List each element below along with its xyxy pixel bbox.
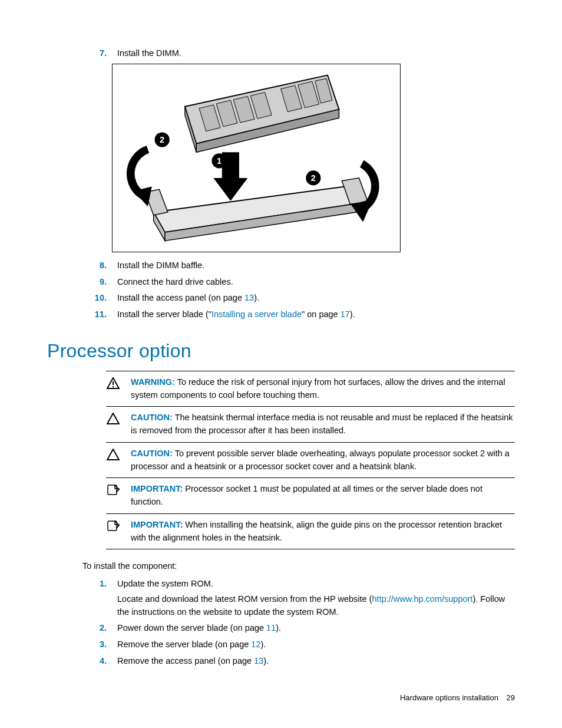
step-number: 1.	[90, 578, 107, 618]
dimm-illustration: 1 2 2	[115, 67, 398, 249]
intro-text: To install the component:	[82, 560, 515, 573]
step-list-a: 7. Install the DIMM.	[90, 47, 515, 60]
step-text: Install the DIMM baffle.	[117, 259, 515, 272]
svg-text:1: 1	[217, 156, 222, 165]
step-subtext: Locate and download the latest ROM versi…	[117, 593, 515, 619]
dimm-install-figure: 1 2 2	[112, 64, 401, 252]
url-link[interactable]: http://www.hp.com/support	[372, 594, 473, 604]
step-list-c: 1. Update the system ROM. Locate and dow…	[90, 578, 515, 668]
step-number: 10.	[90, 292, 107, 305]
footer-page-number: 29	[507, 693, 515, 702]
arrow-curve-left	[131, 149, 152, 206]
step-number: 4.	[90, 655, 107, 668]
admon-text: The heatsink thermal interface media is …	[131, 413, 513, 435]
page-link[interactable]: 11	[266, 623, 276, 633]
callout-2-right: 2	[306, 170, 320, 185]
callout-1: 1	[211, 153, 226, 168]
important-admonition: IMPORTANT: When installing the heatsink,…	[106, 513, 515, 550]
step-8: 8. Install the DIMM baffle.	[90, 259, 515, 272]
step-list-b: 8. Install the DIMM baffle. 9. Connect t…	[90, 259, 515, 321]
svg-text:2: 2	[311, 173, 316, 183]
warning-icon	[106, 376, 120, 402]
admon-text: When installing the heatsink, align the …	[131, 520, 502, 542]
important-icon	[106, 483, 120, 509]
admon-label: IMPORTANT:	[131, 520, 183, 529]
step-text: Install the DIMM.	[117, 47, 515, 60]
step-number: 3.	[90, 638, 107, 651]
step-number: 9.	[90, 276, 107, 289]
step-11: 11. Install the server blade ("Installin…	[90, 308, 515, 321]
admon-text: Processor socket 1 must be populated at …	[131, 484, 482, 506]
warning-admonition: WARNING: To reduce the risk of personal …	[106, 371, 515, 407]
step-text: Connect the hard drive cables.	[117, 276, 515, 289]
page-footer: Hardware options installation 29	[400, 692, 515, 704]
admon-label: CAUTION:	[131, 449, 173, 458]
step-1: 1. Update the system ROM. Locate and dow…	[90, 578, 515, 618]
caution-admonition: CAUTION: The heatsink thermal interface …	[106, 406, 515, 442]
step-7: 7. Install the DIMM.	[90, 47, 515, 60]
page-link[interactable]: 13	[254, 656, 263, 666]
step-text: Install the server blade ("Installing a …	[117, 308, 515, 321]
step-text: Remove the server blade (on page 12).	[117, 638, 515, 651]
xref-link[interactable]: Installing a server blade	[211, 309, 302, 319]
admonition-group: WARNING: To reduce the risk of personal …	[47, 371, 515, 550]
step-number: 11.	[90, 308, 107, 321]
step-text: Remove the access panel (on page 13).	[117, 655, 515, 668]
page-link[interactable]: 17	[340, 309, 350, 319]
step-number: 7.	[90, 47, 107, 60]
step-9: 9. Connect the hard drive cables.	[90, 276, 515, 289]
svg-text:2: 2	[160, 135, 164, 144]
step-text: Update the system ROM. Locate and downlo…	[117, 578, 515, 618]
callout-2-left: 2	[155, 132, 170, 147]
footer-section: Hardware options installation	[400, 693, 498, 702]
svg-marker-27	[107, 413, 119, 424]
step-number: 2.	[90, 622, 107, 635]
admon-text: To reduce the risk of personal injury fr…	[131, 377, 505, 400]
caution-icon	[106, 411, 120, 437]
step-2: 2. Power down the server blade (on page …	[90, 622, 515, 635]
admon-text: To prevent possible server blade overhea…	[131, 449, 510, 471]
step-text: Power down the server blade (on page 11)…	[117, 622, 515, 635]
step-text: Install the access panel (on page 13).	[117, 292, 515, 305]
svg-point-26	[113, 386, 114, 387]
step-number: 8.	[90, 259, 107, 272]
page-link[interactable]: 13	[244, 293, 254, 302]
important-admonition: IMPORTANT: Processor socket 1 must be po…	[106, 477, 515, 513]
page-link[interactable]: 12	[251, 640, 260, 649]
section-heading: Processor option	[47, 337, 515, 365]
step-3: 3. Remove the server blade (on page 12).	[90, 638, 515, 651]
svg-marker-28	[107, 449, 119, 460]
step-4: 4. Remove the access panel (on page 13).	[90, 655, 515, 668]
admon-label: WARNING:	[131, 377, 175, 387]
admon-label: CAUTION:	[131, 413, 173, 422]
step-10: 10. Install the access panel (on page 13…	[90, 292, 515, 305]
caution-icon	[106, 447, 120, 473]
admon-label: IMPORTANT:	[131, 484, 183, 493]
caution-admonition: CAUTION: To prevent possible server blad…	[106, 442, 515, 478]
important-icon	[106, 519, 120, 545]
